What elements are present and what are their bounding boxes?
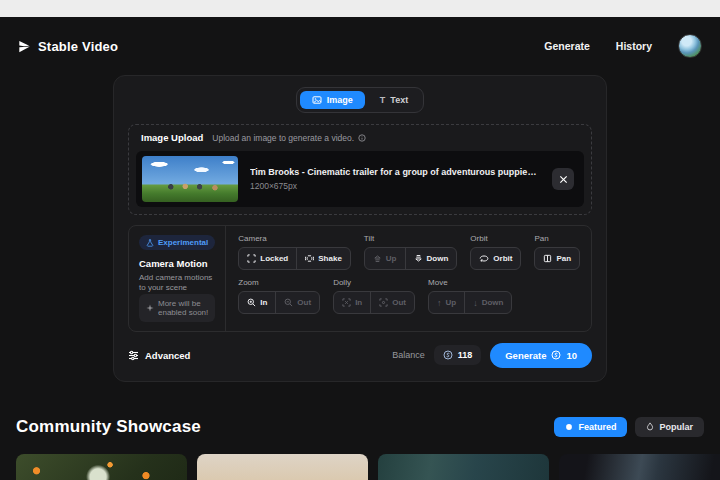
- showcase-card-oranges[interactable]: [16, 454, 187, 480]
- move-up-button[interactable]: ↑ Up: [429, 292, 464, 313]
- file-dimensions: 1200×675px: [250, 181, 540, 191]
- image-icon: [312, 95, 322, 105]
- tune-icon: [128, 350, 139, 361]
- advanced-button[interactable]: Advanced: [128, 350, 190, 361]
- move-down-button[interactable]: ↓ Down: [464, 292, 511, 313]
- showcase-card-alley[interactable]: [559, 454, 720, 480]
- image-upload-subtitle: Upload an image to generate a video.: [212, 133, 366, 143]
- zoom-in-icon: [247, 298, 256, 307]
- orbit-label: Orbit: [493, 254, 512, 263]
- orbit-button[interactable]: Orbit: [471, 248, 520, 269]
- pan-label: Pan: [556, 254, 571, 263]
- tab-image[interactable]: Image: [300, 91, 365, 109]
- filter-featured[interactable]: Featured: [554, 417, 627, 437]
- group-pan-label: Pan: [534, 234, 580, 243]
- close-icon: [559, 175, 568, 184]
- generator-panel-wrap: Image T Text Image Upload Upload an imag…: [0, 75, 720, 382]
- dolly-out-label: Out: [392, 298, 406, 307]
- remove-image-button[interactable]: [552, 168, 574, 190]
- group-orbit: Orbit Orbit: [470, 234, 521, 270]
- orbit-icon: [479, 254, 489, 263]
- dolly-out-icon: [379, 298, 388, 307]
- experimental-badge-label: Experimental: [158, 238, 208, 247]
- tilt-down-icon: [414, 254, 423, 263]
- generator-panel: Image T Text Image Upload Upload an imag…: [113, 75, 607, 382]
- group-pan: Pan Pan: [534, 234, 580, 270]
- move-up-icon: ↑: [437, 298, 442, 308]
- controls-row-2: Zoom In: [238, 278, 580, 314]
- filter-featured-label: Featured: [578, 422, 616, 432]
- group-orbit-buttons: Orbit: [470, 247, 521, 270]
- tab-image-label: Image: [327, 95, 353, 105]
- mode-toggle-row: Image T Text: [128, 87, 592, 113]
- filter-popular-label: Popular: [659, 422, 693, 432]
- group-zoom-buttons: In Out: [238, 291, 320, 314]
- browser-chrome-strip: [0, 0, 720, 17]
- stable-video-logo-icon: [18, 40, 31, 53]
- info-icon[interactable]: [358, 134, 366, 142]
- zoom-in-button[interactable]: In: [239, 292, 275, 313]
- camera-motion-note-label: More will be enabled soon!: [158, 299, 208, 317]
- group-orbit-label: Orbit: [470, 234, 521, 243]
- filter-popular[interactable]: Popular: [635, 417, 704, 437]
- group-zoom-label: Zoom: [238, 278, 320, 287]
- balance-pill: 118: [434, 345, 482, 365]
- avatar[interactable]: [678, 34, 702, 58]
- zoom-out-icon: [284, 298, 293, 307]
- generate-button[interactable]: Generate 10: [490, 343, 592, 368]
- zoom-out-label: Out: [297, 298, 311, 307]
- advanced-label: Advanced: [145, 350, 190, 361]
- group-camera-buttons: Locked Shake: [238, 247, 351, 270]
- camera-locked-label: Locked: [260, 254, 288, 263]
- dolly-in-icon: [342, 298, 351, 307]
- generator-footer: Advanced Balance 118 Generate 10: [128, 343, 592, 368]
- group-pan-buttons: Pan: [534, 247, 580, 270]
- brand-name: Stable Video: [38, 39, 118, 54]
- camera-motion-info: Experimental Camera Motion Add camera mo…: [129, 226, 226, 331]
- tab-text-label: Text: [390, 95, 408, 105]
- showcase-card-elephant[interactable]: [197, 454, 368, 480]
- group-zoom: Zoom In: [238, 278, 320, 314]
- uploaded-file-meta: Tim Brooks - Cinematic trailer for a gro…: [238, 167, 552, 191]
- balance-value: 118: [458, 350, 473, 360]
- pan-button[interactable]: Pan: [535, 248, 579, 269]
- camera-motion-note: More will be enabled soon!: [139, 294, 215, 322]
- camera-shake-button[interactable]: Shake: [296, 248, 350, 269]
- tab-text[interactable]: T Text: [368, 91, 420, 109]
- image-upload-header: Image Upload Upload an image to generate…: [129, 125, 591, 148]
- tilt-up-icon: [373, 254, 382, 263]
- camera-locked-button[interactable]: Locked: [239, 248, 296, 269]
- zoom-in-label: In: [260, 298, 267, 307]
- dolly-out-button[interactable]: Out: [370, 292, 414, 313]
- group-camera-label: Camera: [238, 234, 351, 243]
- tilt-up-label: Up: [386, 254, 397, 263]
- group-move-buttons: ↑ Up ↓ Down: [428, 291, 512, 314]
- nav-generate[interactable]: Generate: [544, 40, 590, 52]
- generate-cost: 10: [566, 350, 577, 361]
- header: Stable Video Generate History: [0, 17, 720, 75]
- image-upload-box: Image Upload Upload an image to generate…: [128, 124, 592, 215]
- camera-motion-controls: Camera Locked: [226, 226, 592, 331]
- flask-icon: [146, 239, 154, 247]
- header-nav: Generate History: [544, 34, 702, 58]
- showcase-card-moon[interactable]: [378, 454, 549, 480]
- zoom-out-button[interactable]: Out: [275, 292, 319, 313]
- nav-history[interactable]: History: [616, 40, 652, 52]
- camera-shake-label: Shake: [318, 254, 342, 263]
- dolly-in-button[interactable]: In: [334, 292, 370, 313]
- showcase-header: Community Showcase Featured Popular: [0, 417, 720, 437]
- shake-icon: [305, 254, 314, 263]
- group-dolly: Dolly In: [333, 278, 415, 314]
- tilt-down-button[interactable]: Down: [405, 248, 457, 269]
- move-down-icon: ↓: [473, 298, 478, 308]
- tilt-up-button[interactable]: Up: [365, 248, 405, 269]
- group-tilt-buttons: Up Down: [364, 247, 457, 270]
- balance-label: Balance: [392, 350, 425, 360]
- brand[interactable]: Stable Video: [18, 39, 118, 54]
- uploaded-file-row: Tim Brooks - Cinematic trailer for a gro…: [136, 151, 584, 207]
- generate-button-label: Generate: [505, 350, 546, 361]
- generate-coin-icon: [551, 350, 561, 360]
- dolly-in-label: In: [355, 298, 362, 307]
- mode-toggle: Image T Text: [296, 87, 424, 113]
- showcase-card-row: [0, 454, 720, 480]
